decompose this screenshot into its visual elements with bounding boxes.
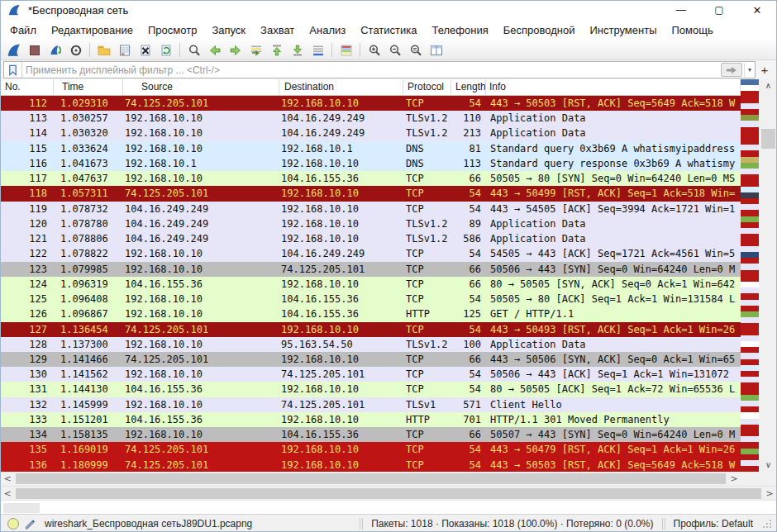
- expert-info-icon[interactable]: [7, 518, 19, 530]
- menu-item-10[interactable]: Помощь: [665, 21, 721, 40]
- column-header-info[interactable]: Info: [486, 79, 741, 95]
- close-file-button[interactable]: [135, 41, 155, 59]
- zoom-out-button[interactable]: [384, 41, 405, 59]
- cell-info: 443 → 50503 [RST, ACK] Seq=5649 Ack=518 …: [486, 96, 741, 111]
- menu-item-1[interactable]: Редактирование: [44, 21, 141, 40]
- save-file-button[interactable]: [114, 41, 135, 59]
- hscrollbar-thumb[interactable]: [16, 473, 726, 484]
- go-last-button[interactable]: [287, 41, 307, 59]
- column-header-no[interactable]: No.: [1, 79, 54, 95]
- column-header-length[interactable]: Length: [451, 79, 486, 95]
- column-header-time[interactable]: Time: [54, 79, 123, 95]
- maximize-button[interactable]: ▢: [700, 1, 738, 19]
- packet-row[interactable]: 1321.145999192.168.10.1074.125.205.101TL…: [1, 397, 741, 412]
- resize-grip-icon[interactable]: [761, 518, 773, 530]
- capture-filename[interactable]: wireshark_Беспроводная сетьJ89DU1.pcapng: [45, 518, 252, 530]
- packet-row[interactable]: 1191.078732104.16.249.249192.168.10.10TC…: [1, 202, 741, 216]
- menu-item-5[interactable]: Анализ: [302, 21, 353, 40]
- reload-file-button[interactable]: [155, 41, 176, 59]
- packet-row[interactable]: 1311.144130104.16.155.36192.168.10.10TCP…: [1, 382, 741, 397]
- profile-label[interactable]: Профиль: Default: [667, 518, 760, 530]
- packet-row[interactable]: 1161.041673192.168.10.1192.168.10.10DNS1…: [1, 156, 741, 171]
- packet-row[interactable]: 1361.18099974.125.205.101192.168.10.10TC…: [1, 458, 741, 472]
- menu-item-0[interactable]: Файл: [2, 21, 44, 40]
- go-to-packet-button[interactable]: [245, 41, 266, 59]
- stop-capture-button[interactable]: [24, 41, 45, 59]
- packet-row[interactable]: 1231.079985192.168.10.1074.125.205.101TC…: [1, 262, 741, 277]
- go-first-button[interactable]: [266, 41, 287, 59]
- packet-row[interactable]: 1181.05731174.125.205.101192.168.10.10TC…: [1, 186, 741, 201]
- zoom-reset-button[interactable]: [405, 41, 426, 59]
- packet-list-hscrollbar[interactable]: < >: [1, 472, 741, 486]
- scroll-left-icon[interactable]: <: [1, 473, 14, 484]
- packet-row[interactable]: 1221.078822192.168.10.10104.16.249.249TC…: [1, 246, 741, 261]
- add-filter-button[interactable]: +: [756, 63, 774, 77]
- packet-row[interactable]: 1331.151201104.16.155.36192.168.10.10HTT…: [1, 412, 741, 427]
- restart-capture-button[interactable]: [45, 41, 65, 59]
- intelligent-scrollbar-minimap[interactable]: [741, 79, 759, 472]
- scroll-left-icon[interactable]: <: [1, 488, 14, 499]
- column-header-source[interactable]: Source: [123, 79, 279, 95]
- packet-row[interactable]: 1271.13645474.125.205.101192.168.10.10TC…: [1, 322, 741, 337]
- scroll-down-icon[interactable]: ∨: [759, 458, 777, 472]
- packet-row[interactable]: 1291.14146674.125.205.101192.168.10.10TC…: [1, 352, 741, 367]
- resize-columns-button[interactable]: [426, 41, 446, 59]
- packet-row[interactable]: 1121.02931074.125.205.101192.168.10.10TC…: [1, 96, 741, 111]
- packet-row[interactable]: 1141.030320192.168.10.10104.16.249.249TL…: [1, 126, 741, 140]
- scroll-right-icon[interactable]: >: [763, 488, 776, 499]
- apply-filter-button[interactable]: [721, 63, 742, 77]
- detail-pane-hscrollbar[interactable]: < >: [1, 486, 776, 500]
- packet-row[interactable]: 1241.096319104.16.155.36192.168.10.10TCP…: [1, 277, 741, 292]
- menu-item-4[interactable]: Захват: [253, 21, 302, 40]
- minimap-stripe: [741, 454, 759, 460]
- go-back-button[interactable]: [204, 41, 225, 59]
- menu-item-6[interactable]: Статистика: [353, 21, 424, 40]
- packet-row[interactable]: 1281.137300192.168.10.1095.163.54.50TLSv…: [1, 337, 741, 352]
- column-header-protocol[interactable]: Protocol: [403, 79, 451, 95]
- column-header-destination[interactable]: Destination: [279, 79, 403, 95]
- packet-row[interactable]: 1171.047637192.168.10.10104.16.155.36TCP…: [1, 171, 741, 186]
- statusbar-separator: [362, 518, 363, 530]
- menu-item-8[interactable]: Беспроводной: [496, 21, 583, 40]
- filter-bookmark-button[interactable]: [4, 62, 22, 78]
- scroll-up-icon[interactable]: ∧: [759, 79, 777, 93]
- packet-row[interactable]: 1131.030257192.168.10.10104.16.249.249TL…: [1, 111, 741, 126]
- menu-item-9[interactable]: Инструменты: [582, 21, 664, 40]
- scroll-right-icon[interactable]: >: [727, 473, 741, 484]
- packet-row[interactable]: 1301.141562192.168.10.1074.125.205.101TC…: [1, 367, 741, 382]
- zoom-in-button[interactable]: [364, 41, 384, 59]
- packet-row[interactable]: 1201.078780104.16.249.249192.168.10.10TL…: [1, 216, 741, 231]
- display-filter-input[interactable]: [22, 63, 721, 77]
- menu-item-2[interactable]: Просмотр: [141, 21, 204, 40]
- autoscroll-button[interactable]: [307, 41, 328, 59]
- minimize-button[interactable]: —: [662, 1, 700, 19]
- packet-row[interactable]: 1151.033624192.168.10.10192.168.10.1DNS8…: [1, 141, 741, 156]
- cell-info: Client Hello: [486, 397, 741, 412]
- go-to-packet-icon: [249, 43, 264, 58]
- vertical-scrollbar[interactable]: ∧ ∨: [759, 79, 777, 472]
- filter-dropdown-button[interactable]: ▾: [744, 63, 755, 77]
- cell-destination: 104.16.155.36: [279, 171, 403, 186]
- go-forward-button[interactable]: [225, 41, 245, 59]
- packet-row[interactable]: 1251.096408192.168.10.10104.16.155.36TCP…: [1, 292, 741, 306]
- packet-row[interactable]: 1261.096867192.168.10.10104.16.155.36HTT…: [1, 306, 741, 321]
- hscrollbar-thumb[interactable]: [16, 488, 761, 499]
- packet-row[interactable]: 1341.158135192.168.10.10104.16.155.36TCP…: [1, 427, 741, 442]
- find-packet-button[interactable]: [184, 41, 204, 59]
- menu-item-3[interactable]: Запуск: [204, 21, 253, 40]
- packet-row[interactable]: 1351.16901974.125.205.101192.168.10.10TC…: [1, 442, 741, 457]
- capture-comment-pencil-icon[interactable]: [24, 517, 36, 530]
- go-last-icon: [290, 43, 305, 58]
- colorize-button[interactable]: [336, 41, 356, 59]
- packet-row[interactable]: 1211.078806104.16.249.249192.168.10.10TL…: [1, 231, 741, 246]
- open-file-button[interactable]: [93, 41, 114, 59]
- cell-no: 124: [1, 277, 54, 292]
- capture-options-button[interactable]: [65, 41, 86, 59]
- vertical-scrollbar-thumb[interactable]: [761, 129, 775, 149]
- close-button[interactable]: ✕: [738, 1, 776, 19]
- start-capture-button[interactable]: [3, 41, 24, 59]
- find-packet-icon: [187, 43, 202, 58]
- zoom-out-icon: [388, 43, 403, 58]
- menu-item-7[interactable]: Телефония: [424, 21, 495, 40]
- colorize-icon: [339, 43, 354, 58]
